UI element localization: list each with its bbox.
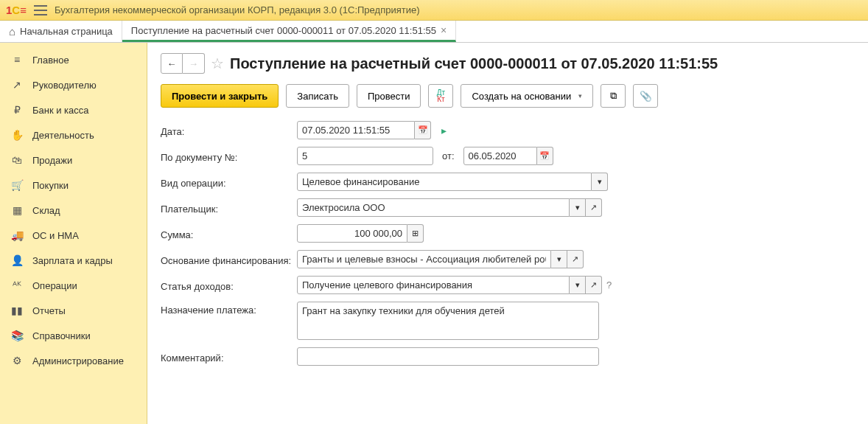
apply-icon[interactable]: ▸	[441, 125, 447, 136]
nav-label: Операции	[32, 280, 77, 291]
structure-icon: ⧉	[610, 90, 617, 102]
label-payer: Плательщик:	[161, 201, 297, 215]
tab-label: Поступление на расчетный счет 0000-00001…	[131, 25, 436, 36]
sidebar-item-отчеты[interactable]: ▮▮Отчеты	[0, 298, 147, 323]
dtkt-button[interactable]: ДтКт	[428, 84, 453, 108]
nav-icon: ✋	[10, 129, 24, 141]
sidebar-item-продажи[interactable]: 🛍Продажи	[0, 147, 147, 173]
purpose-textarea[interactable]	[297, 302, 599, 340]
payer-select[interactable]	[297, 198, 570, 217]
close-icon[interactable]: ×	[441, 24, 447, 36]
nav-icon: 📚	[10, 330, 24, 341]
label-optype: Вид операции:	[161, 175, 297, 189]
paperclip-icon: 📎	[640, 91, 652, 102]
post-button[interactable]: Провести	[357, 84, 421, 108]
open-icon[interactable]: ↗	[586, 276, 602, 294]
sidebar-item-администрирование[interactable]: ⚙Администрирование	[0, 348, 147, 373]
create-from-button[interactable]: Создать на основании	[461, 84, 593, 108]
docnum-input[interactable]	[297, 147, 433, 165]
nav-label: Отчеты	[32, 305, 66, 316]
nav-label: Администрирование	[32, 355, 124, 366]
calculator-icon[interactable]: ⊞	[407, 224, 424, 243]
sidebar-item-деятельность[interactable]: ✋Деятельность	[0, 122, 147, 147]
label-basis: Основание финансирования:	[161, 252, 297, 266]
nav-icon: ▮▮	[10, 305, 24, 316]
label-comment: Комментарий:	[161, 350, 297, 364]
calendar-icon[interactable]: 📅	[415, 121, 431, 139]
label-date: Дата:	[161, 123, 297, 137]
structure-button[interactable]: ⧉	[601, 84, 626, 108]
sidebar-item-главное[interactable]: ≡Главное	[0, 47, 147, 72]
sidebar-item-банк-и-касса[interactable]: ₽Банк и касса	[0, 97, 147, 122]
nav-label: Склад	[32, 205, 60, 216]
label-from: от:	[442, 150, 455, 161]
app-logo: 1C≡	[6, 4, 27, 16]
nav-icon: ≡	[10, 54, 24, 66]
page-title: Поступление на расчетный счет 0000-00001…	[230, 55, 718, 72]
nav-icon: ₽	[10, 104, 24, 116]
basis-select[interactable]	[297, 250, 551, 268]
chevron-down-icon[interactable]: ▾	[592, 173, 608, 191]
sidebar-item-склад[interactable]: ▦Склад	[0, 198, 147, 223]
comment-input[interactable]	[297, 347, 599, 366]
arrow-right-icon: →	[189, 58, 198, 69]
income-select[interactable]	[297, 276, 570, 294]
nav-label: Руководителю	[32, 80, 97, 91]
home-icon	[9, 25, 15, 38]
sidebar: ≡Главное↗Руководителю₽Банк и касса✋Деяте…	[0, 43, 147, 424]
nav-icon: 🛒	[10, 179, 24, 191]
app-title: Бухгалтерия некоммерческой организации К…	[55, 4, 420, 15]
date-input[interactable]	[297, 121, 415, 139]
nav-icon: ⚙	[10, 355, 24, 366]
chevron-down-icon[interactable]: ▾	[570, 276, 586, 294]
sidebar-item-покупки[interactable]: 🛒Покупки	[0, 173, 147, 198]
chevron-down-icon[interactable]: ▾	[551, 250, 567, 268]
attach-button[interactable]: 📎	[633, 84, 658, 108]
nav-label: Продажи	[32, 155, 72, 166]
sidebar-item-ос-и-нма[interactable]: 🚚ОС и НМА	[0, 223, 147, 248]
calendar-icon[interactable]: 📅	[537, 147, 553, 165]
back-button[interactable]: ←	[161, 53, 183, 74]
nav-label: Покупки	[32, 180, 69, 191]
favorite-star-icon[interactable]: ☆	[211, 55, 224, 72]
nav-icon: ᴬᴷ	[10, 279, 24, 291]
nav-label: Деятельность	[32, 130, 94, 141]
main-menu-icon[interactable]	[34, 5, 47, 15]
dtkt-icon: ДтКт	[437, 89, 445, 102]
sidebar-item-руководителю[interactable]: ↗Руководителю	[0, 72, 147, 97]
title-bar: 1C≡ Бухгалтерия некоммерческой организац…	[0, 0, 868, 21]
sum-input[interactable]	[297, 224, 407, 243]
nav-label: Главное	[32, 55, 69, 66]
sidebar-item-зарплата-и-кадры[interactable]: 👤Зарплата и кадры	[0, 248, 147, 273]
nav-icon: 👤	[10, 254, 24, 266]
save-button[interactable]: Записать	[286, 84, 349, 108]
nav-icon: 🛍	[10, 154, 24, 166]
help-icon[interactable]: ?	[606, 279, 612, 291]
post-and-close-button[interactable]: Провести и закрыть	[161, 84, 279, 108]
nav-icon: ▦	[10, 204, 24, 216]
tab-document[interactable]: Поступление на расчетный счет 0000-00001…	[122, 21, 456, 42]
optype-select[interactable]	[297, 173, 592, 191]
arrow-left-icon: ←	[167, 58, 177, 69]
open-icon[interactable]: ↗	[586, 198, 602, 217]
from-date-input[interactable]	[463, 147, 537, 165]
label-purpose: Назначение платежа:	[161, 302, 297, 316]
content-area: ← → ☆ Поступление на расчетный счет 0000…	[147, 43, 868, 424]
tab-home[interactable]: Начальная страница	[0, 21, 122, 42]
label-income: Статья доходов:	[161, 278, 297, 292]
nav-label: Банк и касса	[32, 105, 89, 116]
toolbar: Провести и закрыть Записать Провести ДтК…	[161, 84, 855, 108]
open-icon[interactable]: ↗	[567, 250, 584, 268]
tab-bar: Начальная страница Поступление на расчет…	[0, 21, 868, 43]
tab-label: Начальная страница	[20, 26, 113, 37]
nav-label: ОС и НМА	[32, 230, 79, 241]
sidebar-item-справочники[interactable]: 📚Справочники	[0, 323, 147, 348]
nav-icon: 🚚	[10, 229, 24, 241]
label-sum: Сумма:	[161, 226, 297, 240]
nav-label: Зарплата и кадры	[32, 255, 113, 266]
sidebar-item-операции[interactable]: ᴬᴷОперации	[0, 273, 147, 298]
nav-label: Справочники	[32, 330, 91, 341]
forward-button[interactable]: →	[183, 53, 205, 74]
nav-icon: ↗	[10, 79, 24, 91]
chevron-down-icon[interactable]: ▾	[570, 198, 586, 217]
